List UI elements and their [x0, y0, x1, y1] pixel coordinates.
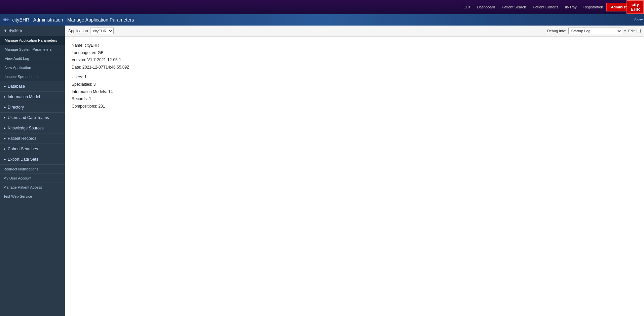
patient-records-arrow: ► [3, 137, 6, 140]
users-care-teams-section-header[interactable]: ► Users and Care Teams [0, 113, 65, 123]
users-value: 1 [84, 75, 87, 79]
version-label: Version: [72, 57, 86, 62]
version-line: Version: V1.7-2021-12-05-1 [72, 56, 637, 64]
specialties-value: 3 [93, 82, 96, 87]
sidebar-item-manage-patient-access[interactable]: Manage Patient Access [0, 183, 65, 192]
records-label: Records: [72, 96, 88, 101]
export-data-sets-section-header[interactable]: ► Export Data Sets [0, 154, 65, 165]
sub-header: Hide cityEHR - Administration - Manage A… [0, 14, 644, 26]
specialties-label: Specialties: [72, 82, 92, 87]
debug-info-select[interactable]: Startup Log [568, 28, 622, 34]
information-models-line: Information Models: 14 [72, 88, 637, 96]
edit-label: Edit [628, 29, 635, 33]
date-line: Date: 2021-12-07T14:46:55.89Z [72, 64, 637, 71]
date-value: 2021-12-07T14:46:55.89Z [82, 65, 129, 70]
cohort-arrow: ► [3, 147, 6, 151]
sidebar-item-manage-app-params[interactable]: Manage Application Parameters [0, 36, 65, 45]
users-line: Users: 1 [72, 74, 637, 81]
specialties-line: Specialties: 3 [72, 81, 637, 88]
database-section-header[interactable]: ► Database [0, 81, 65, 92]
debug-info-label: Debug Info: [547, 29, 566, 33]
version-value: V1.7-2021-12-05-1 [87, 57, 121, 62]
records-line: Records: 1 [72, 95, 637, 103]
application-select[interactable]: cityEHR [90, 28, 114, 34]
main-layout: ▼ System Manage Application Parameters M… [0, 26, 644, 316]
sidebar-item-redirect-notifications[interactable]: Redirect Notifications [0, 165, 65, 174]
information-model-section-header[interactable]: ► Information Model [0, 92, 65, 102]
page-title: cityEHR - Administration - Manage Applic… [12, 17, 134, 23]
hide-button[interactable]: Hide [3, 18, 10, 22]
records-value: 1 [89, 96, 91, 101]
patient-records-section-header[interactable]: ► Patient Records [0, 133, 65, 144]
sidebar-item-my-user-account[interactable]: My User Account [0, 174, 65, 183]
users-label: Users: [72, 75, 83, 79]
sidebar-item-test-web-service[interactable]: Test Web Service [0, 192, 65, 201]
date-label: Date: [72, 65, 81, 70]
compositions-line: Compositions: 231 [72, 103, 637, 110]
name-value: cityEHR [85, 43, 99, 48]
dashboard-link[interactable]: Dashboard [473, 5, 498, 9]
compositions-label: Compositions: [72, 104, 97, 109]
language-line: Language: en-GB [72, 49, 637, 57]
sidebar-item-new-application[interactable]: New Application [0, 63, 65, 72]
sidebar-item-view-audit-log[interactable]: View Audit Log [0, 54, 65, 63]
knowledge-sources-section-header[interactable]: ► Knowledge Sources [0, 123, 65, 133]
information-model-arrow: ► [3, 95, 6, 98]
directory-arrow: ► [3, 106, 6, 109]
knowledge-arrow: ► [3, 126, 6, 130]
quit-link[interactable]: Quit [460, 5, 473, 9]
name-label: Name: [72, 43, 83, 48]
patient-cohorts-link[interactable]: Patient Cohorts [529, 5, 562, 9]
registration-link[interactable]: Registration [580, 5, 607, 9]
top-bar: Quit Dashboard Patient Search Patient Co… [0, 0, 644, 14]
toolbar-left: Application cityEHR [68, 28, 114, 34]
directory-section-header[interactable]: ► Directory [0, 102, 65, 113]
top-nav: Quit Dashboard Patient Search Patient Co… [460, 3, 641, 11]
users-arrow: ► [3, 116, 6, 119]
information-models-label: Information Models: [72, 89, 107, 94]
edit-checkbox[interactable] [637, 29, 641, 33]
toolbar: Application cityEHR Debug Info: Startup … [65, 26, 644, 37]
edit-icon-button[interactable]: ≡ [624, 29, 626, 33]
language-label: Language: [72, 50, 91, 55]
patient-search-link[interactable]: Patient Search [498, 5, 529, 9]
logo-ehr: EHR [631, 7, 640, 12]
information-models-value: 14 [108, 89, 113, 94]
show-button[interactable]: Show [634, 18, 643, 22]
application-label: Application [68, 29, 88, 33]
logo: city EHR [627, 0, 644, 14]
name-line: Name: cityEHR [72, 42, 637, 49]
database-arrow: ► [3, 85, 6, 88]
sidebar-item-manage-sys-params[interactable]: Manage System Parameters [0, 45, 65, 54]
export-arrow: ► [3, 158, 6, 161]
logo-city: city [632, 2, 639, 7]
toolbar-right: Debug Info: Startup Log ≡ Edit [547, 28, 641, 34]
compositions-value: 231 [98, 104, 105, 109]
language-value: en-GB [92, 50, 104, 55]
sidebar: ▼ System Manage Application Parameters M… [0, 26, 65, 316]
content-area: Application cityEHR Debug Info: Startup … [65, 26, 644, 316]
cohort-searches-section-header[interactable]: ► Cohort Searches [0, 144, 65, 154]
info-panel: Name: cityEHR Language: en-GB Version: V… [65, 37, 644, 115]
sidebar-item-inspect-spreadsheet[interactable]: Inspect Spreadsheet [0, 72, 65, 81]
in-tray-link[interactable]: In-Tray [562, 5, 580, 9]
system-section-header[interactable]: ▼ System [0, 26, 65, 36]
system-section-label: ▼ System [3, 28, 22, 33]
